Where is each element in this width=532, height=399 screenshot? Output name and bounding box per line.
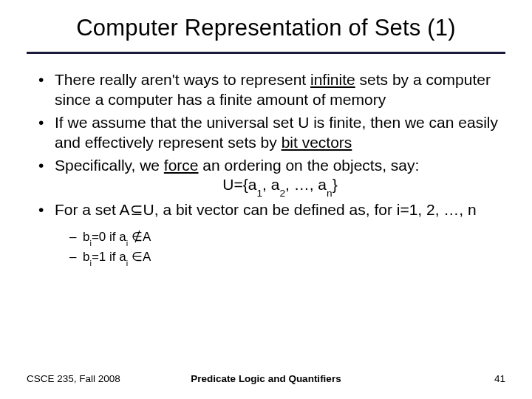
- sub-bullet-list: bi=0 if ai ∉A bi=1 if ai ∈A: [27, 228, 505, 267]
- bullet-3: Specifically, we force an ordering on th…: [43, 156, 505, 198]
- footer-left: CSCE 235, Fall 2008: [27, 373, 120, 384]
- bullet-4: For a set A⊆U, a bit vector can be defin…: [43, 200, 505, 220]
- title-rule: [27, 52, 505, 54]
- bullet-list: There really aren't ways to represent in…: [27, 70, 505, 220]
- formula-m1: , a: [262, 176, 279, 193]
- title-wrap: Computer Representation of Sets (1): [27, 10, 505, 49]
- footer-center: Predicate Logic and Quantifiers: [191, 373, 341, 384]
- s2-sub2: i: [126, 259, 128, 267]
- bullet-1-underline: infinite: [310, 71, 355, 88]
- s2-sub: i: [89, 259, 91, 267]
- bullet-3-post: an ordering on the objects, say:: [199, 157, 420, 174]
- bullet-1: There really aren't ways to represent in…: [43, 70, 505, 110]
- slide: Computer Representation of Sets (1) Ther…: [0, 0, 532, 399]
- bullet-2-underline: bit vectors: [282, 134, 352, 151]
- s1-post: ∉A: [128, 230, 151, 244]
- bullet-2: If we assume that the universal set U is…: [43, 113, 505, 153]
- formula-sub3: n: [327, 188, 332, 199]
- s1-mid: =0 if a: [92, 230, 126, 244]
- formula-sub1: 1: [256, 188, 262, 199]
- s2-post: ∈A: [128, 250, 151, 264]
- footer-page-number: 41: [494, 373, 505, 384]
- formula-post: }: [332, 176, 338, 193]
- formula-m2: , …, a: [285, 176, 327, 193]
- sub-bullet-1: bi=0 if ai ∉A: [69, 228, 505, 248]
- bullet-4-text: For a set A⊆U, a bit vector can be defin…: [55, 201, 477, 218]
- footer: CSCE 235, Fall 2008 Predicate Logic and …: [0, 373, 532, 384]
- bullet-3-underline: force: [164, 157, 199, 174]
- sub-bullet-2: bi=1 if ai ∈A: [69, 248, 505, 267]
- slide-title: Computer Representation of Sets (1): [27, 15, 505, 41]
- bullet-2-pre: If we assume that the universal set U is…: [55, 114, 498, 151]
- formula-pre: U={a: [222, 176, 256, 193]
- formula-sub2: 2: [279, 188, 285, 199]
- s1-sub: i: [89, 239, 91, 248]
- bullet-1-pre: There really aren't ways to represent: [55, 71, 310, 88]
- formula: U={a1, a2, …, an}: [55, 175, 505, 197]
- s2-mid: =1 if a: [92, 250, 126, 264]
- s1-sub2: i: [126, 239, 128, 248]
- bullet-3-pre: Specifically, we: [55, 157, 164, 174]
